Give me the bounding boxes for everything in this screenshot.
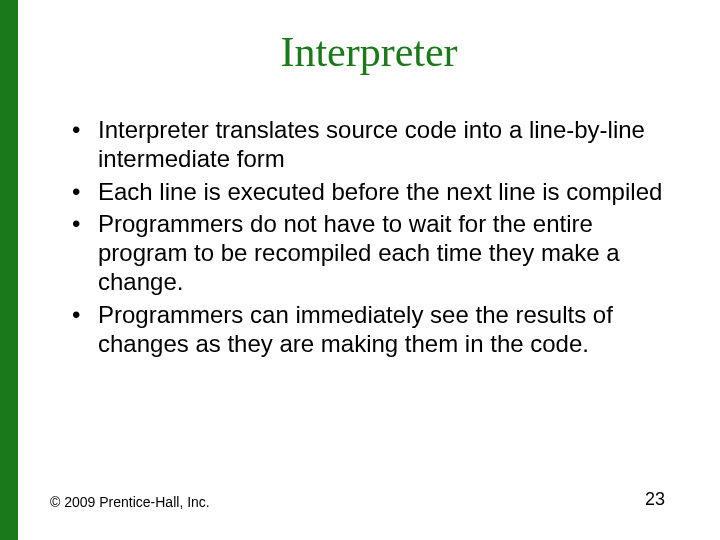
slide-content: Interpreter Interpreter translates sourc… [18, 0, 720, 540]
list-item: Programmers can immediately see the resu… [68, 301, 680, 359]
bullet-list: Interpreter translates source code into … [58, 116, 680, 358]
slide-title: Interpreter [58, 28, 680, 76]
list-item: Interpreter translates source code into … [68, 116, 680, 174]
list-item: Each line is executed before the next li… [68, 178, 680, 207]
accent-bar [0, 0, 18, 540]
list-item: Programmers do not have to wait for the … [68, 210, 680, 296]
page-number: 23 [645, 489, 665, 510]
copyright-footer: © 2009 Prentice-Hall, Inc. [50, 494, 210, 510]
